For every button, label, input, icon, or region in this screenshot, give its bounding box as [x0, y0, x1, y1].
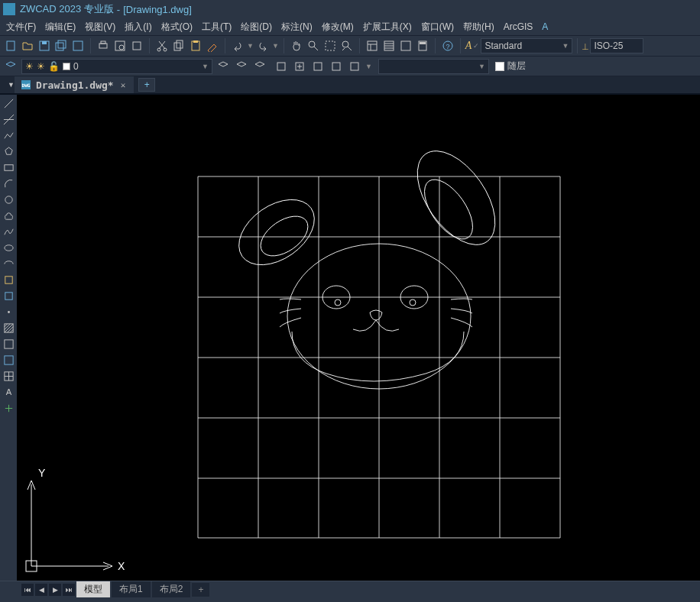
menu-dimension[interactable]: 标注(N) — [277, 18, 317, 36]
drawing-canvas[interactable]: Y X — [17, 95, 700, 581]
open-icon[interactable] — [20, 38, 35, 53]
text-style-select[interactable]: Standard ▼ — [481, 38, 572, 53]
copy-icon[interactable] — [171, 38, 186, 53]
block-attr-icon[interactable] — [329, 59, 344, 74]
saveall-icon[interactable] — [53, 38, 69, 53]
layout-tab-1[interactable]: 布局1 — [112, 581, 151, 597]
zoom-realtime-icon[interactable] — [306, 38, 321, 53]
undo-icon[interactable] — [230, 38, 245, 53]
polygon-icon[interactable] — [2, 144, 15, 158]
layer-prev-icon[interactable] — [216, 59, 231, 74]
block-insert-icon[interactable] — [274, 59, 289, 74]
layout-tab-model[interactable]: 模型 — [76, 581, 110, 597]
saveas-icon[interactable] — [70, 38, 86, 53]
svg-rect-37 — [5, 276, 11, 283]
svg-rect-14 — [177, 40, 183, 48]
dim-style-value: ISO-25 — [594, 40, 623, 51]
layer-props-icon[interactable] — [3, 59, 18, 74]
ellipse-icon[interactable] — [2, 241, 15, 254]
zoom-prev-icon[interactable] — [339, 38, 355, 53]
layer-iso-icon[interactable] — [252, 59, 267, 74]
gradient-icon[interactable] — [2, 337, 15, 351]
menu-window[interactable]: 窗口(W) — [416, 18, 459, 36]
title-bar: ZWCAD 2023 专业版 - [Drawing1.dwg] — [0, 0, 700, 18]
layer-match-icon[interactable] — [234, 59, 249, 74]
layout-tab-2[interactable]: 布局2 — [152, 581, 191, 597]
menu-format[interactable]: 格式(O) — [157, 18, 197, 36]
hatch-icon[interactable] — [2, 321, 15, 335]
ellipse-arc-icon[interactable] — [2, 257, 15, 270]
block-create-icon[interactable] — [292, 59, 307, 74]
publish-icon[interactable] — [129, 38, 144, 53]
insert-block-icon[interactable] — [2, 273, 15, 286]
circle-icon[interactable] — [2, 193, 15, 206]
xref-icon[interactable] — [347, 59, 362, 74]
help-icon[interactable]: ? — [440, 38, 455, 53]
layout-last-icon[interactable]: ⏭ — [63, 584, 75, 596]
table-icon[interactable] — [2, 369, 15, 383]
svg-rect-13 — [174, 43, 180, 50]
tab-list-icon[interactable]: ▼ — [8, 81, 15, 89]
mtext-icon[interactable]: A — [2, 385, 15, 399]
svg-rect-3 — [56, 43, 63, 50]
menu-draw[interactable]: 绘图(D) — [236, 18, 277, 36]
arc-icon[interactable] — [2, 176, 15, 190]
dim-style-select[interactable]: ISO-25 — [590, 38, 643, 53]
svg-point-9 — [119, 45, 124, 50]
rectangle-icon[interactable] — [2, 160, 15, 174]
layout-add-button[interactable]: + — [192, 583, 209, 597]
dwg-file-icon: DWG — [21, 79, 31, 90]
point-icon[interactable] — [2, 305, 15, 319]
print-icon[interactable] — [96, 38, 111, 53]
line-icon[interactable] — [2, 96, 15, 110]
svg-rect-22 — [401, 41, 410, 50]
layout-first-icon[interactable]: ⏮ — [21, 584, 34, 596]
svg-rect-7 — [101, 41, 105, 44]
calc-icon[interactable] — [415, 38, 430, 53]
paste-icon[interactable] — [188, 38, 203, 53]
block-edit-icon[interactable] — [310, 59, 326, 74]
addselected-icon[interactable] — [2, 401, 15, 415]
menu-modify[interactable]: 修改(M) — [317, 18, 358, 36]
properties-icon[interactable] — [365, 38, 380, 53]
menu-file[interactable]: 文件(F) — [2, 18, 41, 36]
menu-insert[interactable]: 插入(I) — [120, 18, 156, 36]
layer-toolbar: ☀☀ 🔓 0 ▼ ▼ ▼ 随层 — [0, 57, 700, 76]
pline-icon[interactable] — [2, 128, 15, 142]
menu-arcgis[interactable]: ArcGIS — [499, 19, 538, 34]
design-center-icon[interactable] — [381, 38, 397, 53]
match-props-icon[interactable] — [205, 38, 220, 53]
svg-point-36 — [4, 244, 12, 251]
revcloud-icon[interactable] — [2, 209, 15, 222]
zoom-window-icon[interactable] — [322, 38, 338, 53]
svg-rect-38 — [5, 292, 11, 299]
layout-next-icon[interactable]: ▶ — [49, 584, 61, 596]
menu-help[interactable]: 帮助(H) — [459, 18, 499, 36]
menu-ext[interactable]: 扩展工具(X) — [358, 18, 416, 36]
svg-rect-0 — [7, 41, 15, 50]
tool-palette-icon[interactable] — [398, 38, 413, 53]
menu-edit[interactable]: 编辑(E) — [41, 18, 80, 36]
pan-icon[interactable] — [289, 38, 304, 53]
print-preview-icon[interactable] — [112, 38, 128, 53]
color-mode[interactable]: 随层 — [507, 60, 526, 73]
tab-close-icon[interactable]: ✕ — [118, 80, 128, 90]
layer-select[interactable]: ☀☀ 🔓 0 ▼ — [21, 59, 212, 74]
spline-icon[interactable] — [2, 225, 15, 238]
save-icon[interactable] — [37, 38, 52, 53]
new-icon[interactable] — [3, 38, 18, 53]
region-icon[interactable] — [2, 353, 15, 367]
color-select[interactable]: ▼ — [378, 59, 489, 74]
menu-tools[interactable]: 工具(T) — [197, 18, 236, 36]
redo-icon[interactable] — [255, 38, 271, 53]
svg-rect-18 — [326, 41, 335, 50]
doc-tab[interactable]: DWG Drawing1.dwg* ✕ — [15, 76, 134, 93]
ucs-icon: Y X — [26, 467, 125, 572]
menu-view[interactable]: 视图(V) — [80, 18, 120, 36]
layout-prev-icon[interactable]: ◀ — [35, 584, 47, 596]
xline-icon[interactable] — [2, 112, 15, 126]
cut-icon[interactable] — [154, 38, 170, 53]
make-block-icon[interactable] — [2, 289, 15, 303]
tab-add-button[interactable]: + — [138, 78, 155, 92]
svg-point-61 — [254, 209, 315, 264]
